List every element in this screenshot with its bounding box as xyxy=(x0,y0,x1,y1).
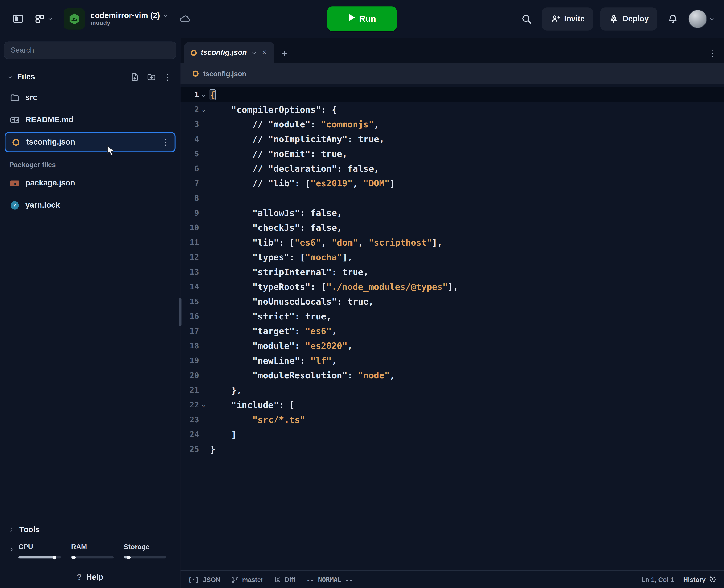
svg-text:Y: Y xyxy=(13,203,16,208)
sidebar-toggle-button[interactable] xyxy=(9,10,27,28)
code-line-20[interactable]: 20 "moduleResolution": "node", xyxy=(181,368,724,383)
fold-gutter xyxy=(199,161,208,176)
code-text: "target": "es6", xyxy=(208,323,337,338)
code-line-6[interactable]: 6 // "declaration": false, xyxy=(181,161,724,176)
code-line-2[interactable]: 2⌄ "compilerOptions": { xyxy=(181,102,724,117)
files-menu-button[interactable]: ⋮ xyxy=(162,71,174,83)
fold-gutter xyxy=(199,220,208,235)
workspace-body: Search Files ⋮ xyxy=(0,38,724,588)
workspace-switcher-button[interactable] xyxy=(34,14,54,24)
code-text: } xyxy=(208,442,215,457)
fold-chevron-icon[interactable]: ⌄ xyxy=(199,87,208,102)
code-line-22[interactable]: 22⌄ "include": [ xyxy=(181,397,724,412)
chevron-down-icon[interactable] xyxy=(6,74,14,81)
invite-person-icon xyxy=(550,14,561,24)
line-number: 5 xyxy=(181,146,199,161)
code-line-18[interactable]: 18 "module": "es2020", xyxy=(181,338,724,353)
avatar xyxy=(688,9,707,28)
topbar: JS codemirror-vim (2) moudy xyxy=(0,0,724,38)
project-chip[interactable]: JS codemirror-vim (2) moudy xyxy=(64,8,190,29)
topbar-center: Run xyxy=(327,6,396,31)
file-row-tsconfig[interactable]: tsconfig.json ⋮ xyxy=(4,132,175,152)
code-line-9[interactable]: 9 "allowJs": false, xyxy=(181,205,724,220)
file-row-package-json[interactable]: n package.json xyxy=(4,173,175,193)
code-line-25[interactable]: 25} xyxy=(181,442,724,457)
line-number: 15 xyxy=(181,294,199,309)
code-line-1[interactable]: 1⌄{ xyxy=(181,87,724,102)
code-line-10[interactable]: 10 "checkJs": false, xyxy=(181,220,724,235)
ram-label: RAM xyxy=(71,543,113,551)
invite-button[interactable]: Invite xyxy=(542,7,593,30)
code-text: "typeRoots": ["./node_modules/@types"], xyxy=(208,279,458,294)
code-text: { xyxy=(208,87,215,102)
panel-resize-handle[interactable] xyxy=(179,298,181,327)
search-button[interactable] xyxy=(518,10,535,27)
code-line-4[interactable]: 4 // "noImplicitAny": true, xyxy=(181,131,724,146)
language-indicator[interactable]: {·} JSON xyxy=(188,576,221,583)
diff-indicator[interactable]: Diff xyxy=(274,576,295,583)
code-line-8[interactable]: 8 xyxy=(181,191,724,205)
deploy-button[interactable]: Deploy xyxy=(600,7,657,30)
fold-chevron-icon[interactable]: ⌄ xyxy=(199,102,208,117)
close-tab-button[interactable]: × xyxy=(261,48,268,57)
git-branch-indicator[interactable]: master xyxy=(231,576,263,583)
chevron-down-icon[interactable] xyxy=(163,12,169,19)
file-name: src xyxy=(25,93,37,103)
tools-section-header[interactable]: Tools xyxy=(4,521,177,539)
code-text: "strict": true, xyxy=(208,309,331,323)
new-folder-button[interactable] xyxy=(145,71,158,83)
code-text: ] xyxy=(208,427,236,442)
chevron-down-icon[interactable] xyxy=(251,49,257,56)
cursor-position[interactable]: Ln 1, Col 1 xyxy=(641,576,674,583)
line-number: 21 xyxy=(181,383,199,397)
tab-tsconfig[interactable]: tsconfig.json × xyxy=(184,42,274,63)
file-menu-button[interactable]: ⋮ xyxy=(162,137,170,147)
code-line-3[interactable]: 3 // "module": "commonjs", xyxy=(181,117,724,131)
code-line-23[interactable]: 23 "src/*.ts" xyxy=(181,412,724,427)
file-sidebar: Search Files ⋮ xyxy=(0,38,180,588)
code-line-12[interactable]: 12 "types": ["mocha"], xyxy=(181,250,724,265)
code-line-11[interactable]: 11 "lib": ["es6", "dom", "scripthost"], xyxy=(181,235,724,250)
code-text: // "lib": ["es2019", "DOM"] xyxy=(208,176,395,191)
cpu-meter[interactable]: CPU xyxy=(19,543,61,559)
code-text: "types": ["mocha"], xyxy=(208,250,353,265)
account-menu[interactable] xyxy=(688,9,715,28)
tab-title: tsconfig.json xyxy=(201,48,247,57)
help-button[interactable]: ? Help xyxy=(0,566,180,588)
notifications-button[interactable] xyxy=(664,10,681,27)
markdown-icon xyxy=(9,115,20,125)
new-tab-button[interactable]: + xyxy=(282,47,287,60)
editor-options-button[interactable]: ⋮ xyxy=(708,48,717,59)
fold-chevron-icon[interactable]: ⌄ xyxy=(199,397,208,412)
run-button[interactable]: Run xyxy=(327,6,396,31)
breadcrumb[interactable]: tsconfig.json xyxy=(181,63,724,84)
code-line-15[interactable]: 15 "noUnusedLocals": true, xyxy=(181,294,724,309)
code-line-13[interactable]: 13 "stripInternal": true, xyxy=(181,265,724,279)
search-input[interactable]: Search xyxy=(4,41,177,59)
svg-text:JS: JS xyxy=(71,16,77,22)
code-text: "compilerOptions": { xyxy=(208,102,337,117)
code-line-19[interactable]: 19 "newLine": "lf", xyxy=(181,353,724,368)
file-row-src[interactable]: src xyxy=(4,88,175,108)
fold-gutter xyxy=(199,265,208,279)
code-line-16[interactable]: 16 "strict": true, xyxy=(181,309,724,323)
code-line-14[interactable]: 14 "typeRoots": ["./node_modules/@types"… xyxy=(181,279,724,294)
file-row-yarn-lock[interactable]: Y yarn.lock xyxy=(4,195,175,216)
chevron-down-icon xyxy=(709,16,715,22)
chevron-right-icon[interactable] xyxy=(8,547,15,553)
history-button[interactable]: History xyxy=(683,575,717,584)
project-name: codemirror-vim (2) xyxy=(90,11,160,20)
code-editor[interactable]: 1⌄{2⌄ "compilerOptions": {3 // "module":… xyxy=(181,84,724,570)
npm-icon: n xyxy=(9,179,20,187)
code-line-7[interactable]: 7 // "lib": ["es2019", "DOM"] xyxy=(181,176,724,191)
line-number: 22 xyxy=(181,397,199,412)
new-file-button[interactable] xyxy=(128,71,141,83)
code-line-5[interactable]: 5 // "noEmit": true, xyxy=(181,146,724,161)
file-row-readme[interactable]: README.md xyxy=(4,110,175,130)
code-line-24[interactable]: 24 ] xyxy=(181,427,724,442)
ram-meter[interactable]: RAM xyxy=(71,543,113,559)
code-line-17[interactable]: 17 "target": "es6", xyxy=(181,323,724,338)
apps-grid-icon xyxy=(34,14,45,24)
storage-meter[interactable]: Storage xyxy=(124,543,166,559)
code-line-21[interactable]: 21 }, xyxy=(181,383,724,397)
